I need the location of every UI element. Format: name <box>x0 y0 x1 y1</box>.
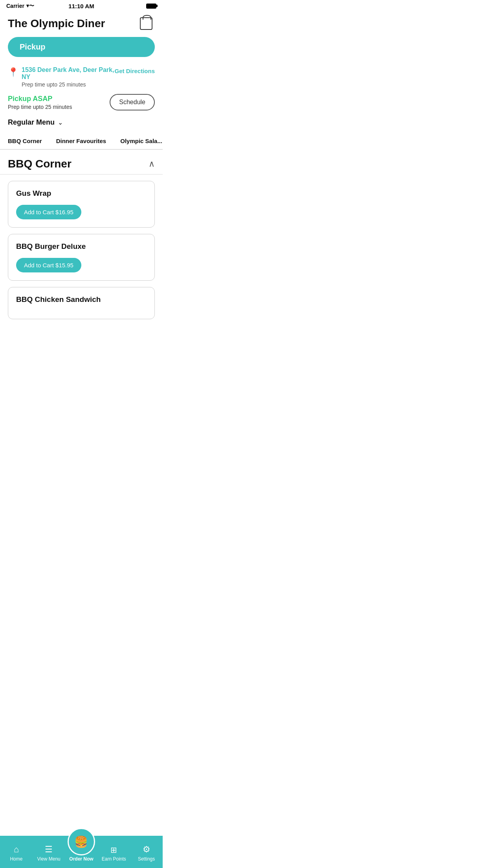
menu-item-name: BBQ Chicken Sandwich <box>16 295 147 304</box>
page-title: The Olympic Diner <box>8 17 105 30</box>
cart-icon <box>140 17 152 30</box>
tab-bbq-corner[interactable]: BBQ Corner <box>8 133 48 149</box>
carrier-label: Carrier <box>6 3 24 9</box>
cart-button[interactable] <box>138 15 155 32</box>
status-bar: Carrier ▾〜 11:10 AM <box>0 0 163 12</box>
header: The Olympic Diner <box>0 12 163 37</box>
category-tabs: BBQ Corner Dinner Favourites Olympic Sal… <box>0 133 163 150</box>
pickup-asap-title: Pickup ASAP <box>8 95 72 103</box>
menu-dropdown-label: Regular Menu <box>8 118 55 127</box>
location-row: 📍 1536 Deer Park Ave, Deer Park, NY Prep… <box>0 63 163 92</box>
pickup-asap-prep: Prep time upto 25 minutes <box>8 104 72 110</box>
location-prep-time: Prep time upto 25 minutes <box>22 81 114 88</box>
location-address: 1536 Deer Park Ave, Deer Park, NY <box>22 66 114 81</box>
menu-item-card: BBQ Burger Deluxe Add to Cart $15.95 <box>8 234 155 281</box>
pickup-button[interactable]: Pickup <box>8 37 155 57</box>
map-pin-icon: 📍 <box>8 67 18 77</box>
add-to-cart-bbq-burger[interactable]: Add to Cart $15.95 <box>16 258 81 272</box>
battery-icon <box>146 4 156 9</box>
wifi-icon: ▾〜 <box>26 2 34 9</box>
menu-dropdown[interactable]: Regular Menu ⌄ <box>0 115 163 133</box>
menu-item-name: Gus Wrap <box>16 189 147 198</box>
section-header: BBQ Corner ∧ <box>0 150 163 175</box>
menu-item-card: Gus Wrap Add to Cart $16.95 <box>8 181 155 228</box>
get-directions-link[interactable]: Get Directions <box>114 68 155 74</box>
tab-olympic-sala[interactable]: Olympic Sala... <box>120 133 163 149</box>
section-title: BBQ Corner <box>8 158 72 170</box>
tab-dinner-favourites[interactable]: Dinner Favourites <box>56 133 113 149</box>
schedule-button[interactable]: Schedule <box>110 94 155 110</box>
menu-items-list: Gus Wrap Add to Cart $16.95 BBQ Burger D… <box>0 175 163 287</box>
add-to-cart-gus-wrap[interactable]: Add to Cart $16.95 <box>16 205 81 219</box>
menu-item-name: BBQ Burger Deluxe <box>16 242 147 251</box>
chevron-up-icon[interactable]: ∧ <box>149 159 155 169</box>
chevron-down-icon: ⌄ <box>58 119 63 126</box>
menu-item-card-partial: BBQ Chicken Sandwich <box>8 287 155 319</box>
status-time: 11:10 AM <box>68 3 94 9</box>
pickup-asap-row: Pickup ASAP Prep time upto 25 minutes Sc… <box>0 92 163 115</box>
